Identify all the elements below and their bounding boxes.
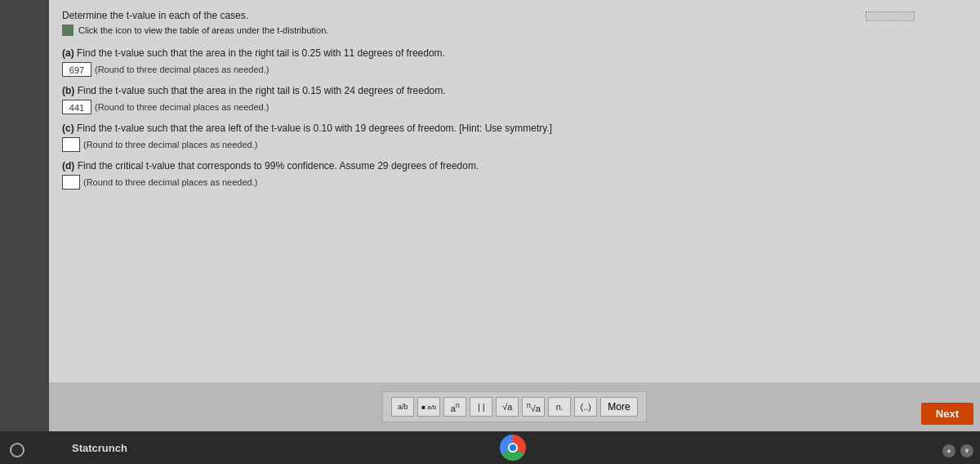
table-icon[interactable]	[62, 25, 74, 36]
more-button[interactable]: More	[600, 397, 637, 417]
question-d-content: Find the critical t-value that correspon…	[78, 160, 479, 172]
chrome-inner-circle	[508, 443, 518, 453]
question-c-input[interactable]	[62, 137, 80, 152]
question-a-text: (a) Find the t-value such that the area …	[62, 47, 967, 59]
question-c-hint: (Round to three decimal places as needed…	[83, 140, 257, 149]
question-d-answer-row: (Round to three decimal places as needed…	[62, 175, 967, 190]
question-c-content: Find the t-value such that the area left…	[77, 123, 552, 134]
question-d-text: (d) Find the critical t-value that corre…	[62, 160, 967, 172]
parens-btn[interactable]: (..)	[574, 397, 597, 417]
page-title: Determine the t-value in each of the cas…	[62, 10, 967, 21]
question-b-text: (b) Find the t-value such that the area …	[62, 85, 967, 96]
question-a-hint: (Round to three decimal places as needed…	[95, 65, 269, 74]
question-c-label: (c)	[62, 123, 74, 134]
question-d-label: (d)	[62, 160, 74, 172]
fraction-btn[interactable]: a/b	[391, 397, 414, 417]
wifi-icon: ●	[942, 444, 956, 457]
question-d-hint: (Round to three decimal places as needed…	[83, 177, 257, 187]
question-b-label: (b)	[62, 85, 74, 96]
question-c-text: (c) Find the t-value such that the area …	[62, 123, 967, 134]
question-a: (a) Find the t-value such that the area …	[62, 47, 967, 77]
scroll-indicator[interactable]	[866, 11, 915, 21]
sidebar-left	[0, 0, 49, 431]
mixed-fraction-btn[interactable]: ■ a/b	[417, 397, 440, 417]
subtitle-line: Click the icon to view the table of area…	[62, 25, 967, 36]
sqrt-btn[interactable]: √a	[496, 397, 519, 417]
taskbar-circle[interactable]	[10, 443, 24, 457]
question-b-hint: (Round to three decimal places as needed…	[95, 102, 269, 112]
exponent-btn[interactable]: an	[443, 397, 466, 417]
abs-btn[interactable]: | |	[470, 397, 492, 417]
question-a-input[interactable]: 697	[62, 62, 91, 77]
next-button[interactable]: Next	[921, 403, 973, 425]
volume-icon: ▼	[960, 444, 973, 457]
question-b-input[interactable]: 441	[62, 100, 91, 114]
question-d: (d) Find the critical t-value that corre…	[62, 160, 967, 190]
math-toolbar: a/b ■ a/b an | | √a n√a n. (..) More	[382, 391, 646, 422]
math-toolbar-area: a/b ■ a/b an | | √a n√a n. (..) More	[49, 382, 980, 431]
decimal-btn[interactable]: n.	[548, 397, 571, 417]
chrome-browser-icon	[500, 435, 526, 461]
system-icons: ● ▼	[942, 444, 973, 457]
question-c: (c) Find the t-value such that the area …	[62, 123, 967, 152]
chrome-icon[interactable]	[500, 435, 526, 461]
main-content: Determine the t-value in each of the cas…	[49, 0, 980, 382]
question-d-input[interactable]	[62, 175, 80, 190]
question-a-answer-row: 697 (Round to three decimal places as ne…	[62, 62, 967, 77]
statcrunch-label: Statcrunch	[72, 442, 127, 454]
question-a-label: (a)	[62, 47, 74, 59]
question-c-answer-row: (Round to three decimal places as needed…	[62, 137, 967, 152]
subtitle-text: Click the icon to view the table of area…	[78, 25, 328, 35]
bottom-bar: Statcrunch ● ▼	[0, 431, 980, 464]
question-b-content: Find the t-value such that the area in t…	[78, 85, 446, 96]
question-a-content: Find the t-value such that the area in t…	[77, 47, 445, 59]
question-b-answer-row: 441 (Round to three decimal places as ne…	[62, 100, 967, 114]
nthroot-btn[interactable]: n√a	[522, 397, 545, 417]
question-b: (b) Find the t-value such that the area …	[62, 85, 967, 114]
